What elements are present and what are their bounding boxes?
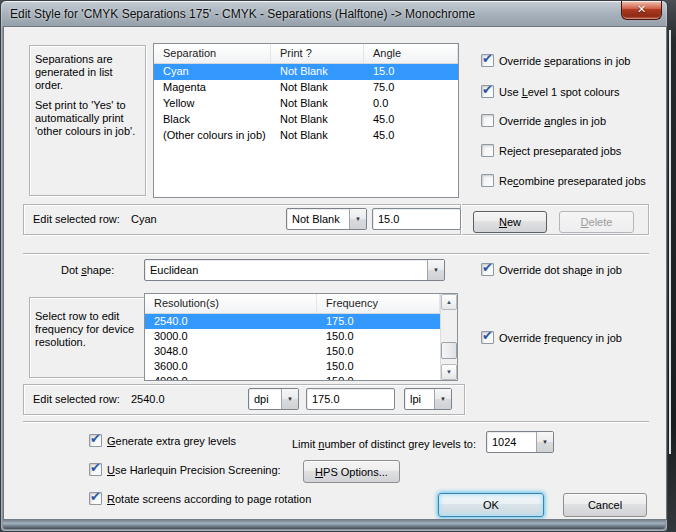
checkbox-icon[interactable] (481, 114, 494, 127)
cell-angle: 75.0 (364, 80, 458, 96)
column-header-angle: Angle (364, 44, 458, 63)
table-row[interactable]: Yellow Not Blank 0.0 (154, 96, 458, 112)
cell-separation: Cyan (154, 64, 271, 80)
cell-angle: 45.0 (364, 128, 458, 144)
resolution-info-box: Select row to edit frequency for device … (29, 297, 146, 378)
resolution-unit-dropdown[interactable]: dpi ▼ (248, 388, 299, 410)
selected-separation-value: Cyan (131, 213, 157, 225)
cell-separation: Black (154, 112, 271, 128)
checkbox-icon[interactable] (481, 54, 494, 67)
checkbox-label: Rotate screens according to page rotatio… (107, 493, 311, 505)
checkbox-icon[interactable] (89, 463, 102, 476)
table-row[interactable]: Magenta Not Blank 75.0 (154, 80, 458, 96)
column-header-resolution: Resolution(s) (145, 294, 317, 313)
desktop-background: Edit Style for 'CMYK Separations 175' - … (0, 0, 676, 532)
checkbox-generate-extra-grey-levels[interactable]: Generate extra grey levels (89, 434, 236, 447)
resolution-info-text: Select row to edit frequency for device … (35, 310, 140, 349)
dropdown-value: lpi (405, 393, 434, 405)
checkbox-icon[interactable] (481, 144, 494, 157)
column-header-separation: Separation (154, 44, 271, 63)
separations-info-line1: Separations are generated in list order. (35, 53, 140, 92)
cell-print: Not Blank (271, 96, 364, 112)
cell-angle: 45.0 (364, 112, 458, 128)
dot-shape-label: Dot shape: (61, 264, 114, 276)
ok-button[interactable]: OK (438, 493, 544, 517)
new-button[interactable]: New (473, 211, 547, 233)
cell-resolution: 3048.0 (145, 344, 317, 359)
separations-table-header: Separation Print ? Angle (154, 44, 458, 64)
chevron-down-icon[interactable]: ▼ (427, 260, 444, 280)
hps-options-button[interactable]: HPS Options... (303, 460, 400, 483)
edit-selected-row-label: Edit selected row: (33, 393, 120, 405)
table-row[interactable]: 3000.0 150.0 (145, 329, 440, 344)
table-row[interactable]: 2540.0 175.0 (145, 314, 440, 329)
separations-info-line2: Set print to 'Yes' to automatically prin… (35, 99, 140, 138)
checkbox-icon[interactable] (481, 263, 494, 276)
cell-print: Not Blank (271, 112, 364, 128)
checkbox-icon[interactable] (89, 492, 102, 505)
checkbox-override-dot-shape[interactable]: Override dot shape in job (481, 263, 622, 276)
scrollbar-thumb[interactable] (441, 342, 457, 359)
checkbox-icon[interactable] (89, 434, 102, 447)
checkbox-use-level1-spot-colours[interactable]: Use Level 1 spot colours (481, 85, 619, 98)
checkbox-override-separations[interactable]: Override separations in job (481, 54, 630, 67)
checkbox-label: Recombine preseparated jobs (499, 175, 646, 187)
frequency-input[interactable] (306, 388, 395, 410)
vertical-scrollbar[interactable]: ▲ ▼ (440, 294, 457, 380)
column-header-print: Print ? (271, 44, 364, 63)
chevron-down-icon[interactable]: ▼ (349, 209, 366, 229)
column-header-frequency: Frequency (317, 294, 440, 313)
dialog-client-area: Separations are generated in list order.… (4, 27, 666, 519)
chevron-down-icon[interactable]: ▼ (536, 432, 553, 452)
checkbox-rotate-screens[interactable]: Rotate screens according to page rotatio… (89, 492, 311, 505)
checkbox-label: Reject preseparated jobs (499, 145, 621, 157)
dot-shape-dropdown[interactable]: Euclidean ▼ (144, 259, 445, 281)
cell-print: Not Blank (271, 128, 364, 144)
cell-separation: (Other colours in job) (154, 128, 271, 144)
section-divider (23, 421, 649, 422)
checkbox-icon[interactable] (481, 85, 494, 98)
checkbox-label: Override frequency in job (499, 332, 622, 344)
table-row[interactable]: Cyan Not Blank 15.0 (154, 64, 458, 80)
title-bar[interactable]: Edit Style for 'CMYK Separations 175' - … (1, 1, 669, 27)
checkbox-use-hps[interactable]: Use Harlequin Precision Screening: (89, 463, 281, 476)
checkbox-label: Generate extra grey levels (107, 435, 236, 447)
cell-angle: 0.0 (364, 96, 458, 112)
checkbox-reject-preseparated[interactable]: Reject preseparated jobs (481, 144, 621, 157)
scroll-down-icon[interactable]: ▼ (441, 364, 457, 380)
edit-selected-row-label: Edit selected row: (33, 213, 120, 225)
window-title: Edit Style for 'CMYK Separations 175' - … (10, 7, 475, 21)
checkbox-override-frequency[interactable]: Override frequency in job (481, 331, 622, 344)
table-row[interactable]: (Other colours in job) Not Blank 45.0 (154, 128, 458, 144)
close-button[interactable]: ✕ (621, 1, 662, 20)
separations-info-box: Separations are generated in list order.… (29, 45, 146, 196)
checkbox-recombine-preseparated[interactable]: Recombine preseparated jobs (481, 174, 646, 187)
checkbox-override-angles[interactable]: Override angles in job (481, 114, 606, 127)
cell-resolution: 3600.0 (145, 359, 317, 374)
section-divider (23, 253, 649, 254)
grey-levels-limit-dropdown[interactable]: 1024 ▼ (486, 431, 554, 453)
checkbox-label: Override separations in job (499, 55, 630, 67)
table-row[interactable]: 3048.0 150.0 (145, 344, 440, 359)
table-row[interactable]: Black Not Blank 45.0 (154, 112, 458, 128)
angle-input[interactable] (372, 208, 461, 230)
table-row[interactable]: 4000.0 150.0 (145, 374, 440, 381)
resolution-table: Resolution(s) Frequency 2540.0 175.0 300… (144, 293, 458, 381)
checkbox-icon[interactable] (481, 174, 494, 187)
frequency-unit-dropdown[interactable]: lpi ▼ (404, 388, 452, 410)
chevron-down-icon[interactable]: ▼ (434, 389, 451, 409)
cancel-button[interactable]: Cancel (563, 493, 647, 517)
resolution-table-header: Resolution(s) Frequency (145, 294, 440, 314)
cell-frequency: 150.0 (317, 374, 440, 381)
print-mode-dropdown[interactable]: Not Blank ▼ (286, 208, 367, 230)
cell-resolution: 4000.0 (145, 374, 317, 381)
checkbox-icon[interactable] (481, 331, 494, 344)
chevron-down-icon[interactable]: ▼ (281, 389, 298, 409)
background-window-edge (669, 30, 671, 454)
separations-table: Separation Print ? Angle Cyan Not Blank … (153, 43, 459, 198)
table-row[interactable]: 3600.0 150.0 (145, 359, 440, 374)
checkbox-label: Use Harlequin Precision Screening: (107, 464, 281, 476)
cell-print: Not Blank (271, 64, 364, 80)
scroll-up-icon[interactable]: ▲ (441, 294, 457, 310)
dropdown-value: Not Blank (287, 213, 349, 225)
